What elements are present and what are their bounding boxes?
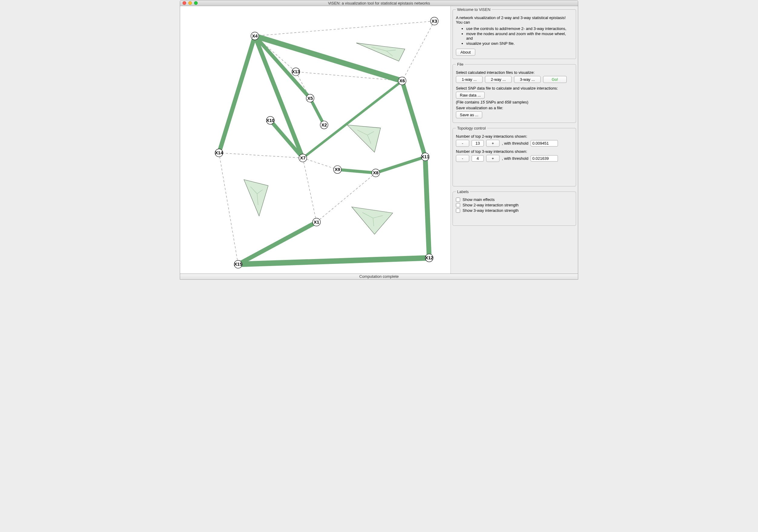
- rawdata-button[interactable]: Raw data ...: [456, 92, 485, 99]
- show-2way-row[interactable]: Show 2-way interaction strength: [456, 203, 573, 207]
- statusbar: Computation complete: [180, 274, 578, 279]
- threeway-plus-button[interactable]: +: [486, 155, 500, 162]
- svg-line-5: [219, 153, 303, 158]
- svg-text:X5: X5: [307, 96, 313, 101]
- svg-text:X12: X12: [425, 255, 433, 260]
- welcome-intro: A network visualization of 2-way and 3-w…: [456, 16, 573, 24]
- node-x14[interactable]: X14: [215, 149, 223, 157]
- show-main-effects-checkbox[interactable]: [456, 198, 460, 202]
- svg-line-34: [270, 120, 303, 158]
- saveas-button[interactable]: Save as ...: [456, 111, 482, 118]
- threeway-minus-button[interactable]: -: [456, 155, 469, 162]
- svg-marker-18: [347, 125, 381, 152]
- window-title: ViSEN: a visualization tool for statisti…: [183, 1, 575, 6]
- node-x13[interactable]: X13: [292, 68, 300, 76]
- file-panel: File Select calculated interaction files…: [453, 62, 576, 123]
- twoway-plus-button[interactable]: +: [486, 140, 500, 147]
- node-x4[interactable]: X4: [251, 32, 259, 40]
- twoway-button[interactable]: 2-way ...: [485, 76, 512, 83]
- svg-line-32: [255, 36, 303, 158]
- svg-line-6: [219, 153, 238, 264]
- about-button[interactable]: About: [456, 49, 475, 56]
- svg-text:X15: X15: [234, 261, 242, 267]
- show-2way-label: Show 2-way interaction strength: [463, 203, 519, 207]
- svg-line-12: [303, 158, 316, 222]
- file-save-label: Save visualization as a file:: [456, 106, 573, 110]
- labels-legend: Labels: [456, 189, 470, 194]
- status-text: Computation complete: [359, 274, 399, 279]
- welcome-bullet: move the nodes around and zoom with the …: [466, 31, 573, 41]
- side-panel: Welcome to ViSEN A network visualization…: [451, 6, 578, 274]
- svg-text:X9: X9: [335, 167, 340, 172]
- svg-line-42: [303, 81, 402, 158]
- node-x15[interactable]: X15: [234, 260, 242, 268]
- file-info: (File contains 15 SNPs and 658 samples): [456, 100, 573, 104]
- node-x5[interactable]: X5: [306, 94, 314, 102]
- oneway-button[interactable]: 1-way ...: [456, 76, 483, 83]
- node-x9[interactable]: X9: [333, 166, 341, 173]
- threeway-threshold-label: , with threshold: [502, 156, 528, 161]
- node-x11[interactable]: X11: [421, 153, 429, 161]
- welcome-bullets: use the controls to add/remove 2- and 3-…: [456, 26, 573, 46]
- node-x1[interactable]: X1: [312, 218, 320, 226]
- svg-text:X14: X14: [215, 150, 223, 155]
- threeway-threshold-input[interactable]: [531, 155, 558, 162]
- svg-text:X3: X3: [432, 18, 437, 24]
- svg-line-0: [255, 21, 434, 36]
- show-main-effects-row[interactable]: Show main effects: [456, 197, 573, 202]
- node-x2[interactable]: X2: [320, 121, 328, 129]
- svg-marker-14: [356, 43, 405, 61]
- svg-text:X11: X11: [421, 154, 429, 159]
- network-canvas[interactable]: X1X2X3X4X5X6X7X8X9X10X11X12X13X14X15: [180, 6, 451, 274]
- show-3way-row[interactable]: Show 3-way interaction strength: [456, 208, 573, 213]
- twoway-count-input[interactable]: [472, 140, 484, 147]
- svg-text:X2: X2: [321, 122, 327, 127]
- twoway-count-label: Number of top 2-way interactions shown:: [456, 134, 573, 139]
- sample-count: 658: [505, 100, 511, 104]
- close-icon[interactable]: [183, 1, 186, 5]
- svg-text:X10: X10: [266, 118, 275, 123]
- svg-line-39: [238, 222, 317, 264]
- welcome-legend: Welcome to ViSEN: [456, 7, 492, 12]
- file-snp-label: Select SNP data file to calculate and vi…: [456, 86, 573, 90]
- svg-line-35: [310, 98, 324, 125]
- svg-line-40: [337, 169, 376, 173]
- threeway-button[interactable]: 3-way ...: [514, 76, 541, 83]
- node-x12[interactable]: X12: [425, 254, 433, 262]
- show-main-effects-label: Show main effects: [463, 197, 495, 202]
- threeway-count-label: Number of top 3-way interactions shown:: [456, 149, 573, 154]
- node-x3[interactable]: X3: [431, 17, 438, 25]
- show-2way-checkbox[interactable]: [456, 203, 460, 207]
- svg-text:X13: X13: [292, 69, 300, 74]
- twoway-minus-button[interactable]: -: [456, 140, 469, 147]
- file-calc-label: Select calculated interaction files to v…: [456, 70, 573, 75]
- svg-line-7: [303, 158, 337, 169]
- go-button[interactable]: Go!: [543, 76, 567, 83]
- svg-marker-26: [352, 207, 393, 234]
- svg-line-37: [425, 157, 429, 258]
- node-x10[interactable]: X10: [266, 116, 275, 124]
- svg-text:X4: X4: [252, 33, 258, 38]
- svg-marker-22: [244, 180, 268, 216]
- node-x7[interactable]: X7: [299, 154, 307, 162]
- svg-text:X7: X7: [300, 155, 305, 160]
- twoway-threshold-label: , with threshold: [502, 141, 528, 146]
- window-controls: [183, 1, 198, 5]
- svg-text:X1: X1: [314, 219, 319, 224]
- twoway-threshold-input[interactable]: [531, 140, 558, 147]
- threeway-count-input[interactable]: [472, 155, 484, 162]
- svg-text:X8: X8: [373, 170, 378, 175]
- svg-line-41: [376, 157, 425, 173]
- node-x8[interactable]: X8: [372, 169, 380, 177]
- svg-line-1: [402, 21, 434, 81]
- node-x6[interactable]: X6: [398, 77, 406, 85]
- svg-line-36: [402, 81, 425, 157]
- show-3way-checkbox[interactable]: [456, 209, 460, 213]
- topology-panel: Topology control Number of top 2-way int…: [453, 126, 576, 186]
- zoom-icon[interactable]: [194, 1, 198, 5]
- network-svg[interactable]: X1X2X3X4X5X6X7X8X9X10X11X12X13X14X15: [180, 6, 450, 274]
- svg-line-31: [219, 36, 255, 153]
- svg-line-38: [238, 258, 429, 264]
- minimize-icon[interactable]: [188, 1, 192, 5]
- content-area: X1X2X3X4X5X6X7X8X9X10X11X12X13X14X15 Wel…: [180, 6, 578, 274]
